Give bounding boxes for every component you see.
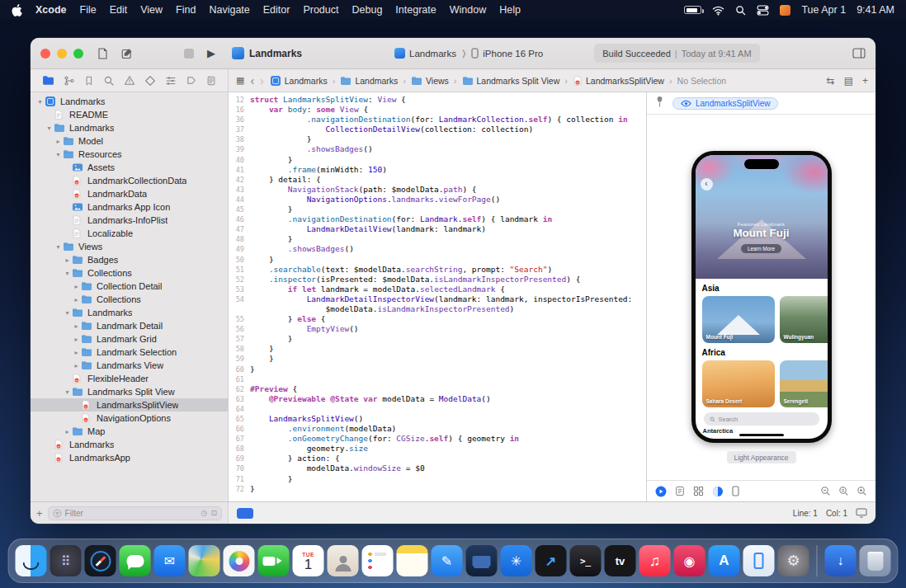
dock-mail-icon[interactable]: ✉ bbox=[154, 545, 186, 576]
navigator-tab-tests[interactable] bbox=[144, 75, 156, 87]
tree-item-collections[interactable]: ▾Collections bbox=[31, 266, 228, 280]
tree-item-landmarks[interactable]: ▾Landmarks bbox=[31, 306, 228, 319]
navigator-tab-bookmarks[interactable] bbox=[84, 75, 94, 87]
tree-item-landmarks[interactable]: ▾Landmarks bbox=[31, 121, 228, 134]
navigator-tab-breakpoints[interactable] bbox=[186, 75, 197, 86]
dock-contacts-icon[interactable] bbox=[328, 545, 359, 576]
disclosure-closed-icon[interactable]: ▸ bbox=[63, 428, 72, 435]
navigator-tab-reports[interactable] bbox=[206, 75, 216, 87]
swap-arrows-icon[interactable]: ⇆ bbox=[827, 75, 835, 87]
disclosure-closed-icon[interactable]: ▸ bbox=[72, 296, 81, 303]
clock-icon[interactable]: ◷ bbox=[201, 509, 208, 517]
build-status[interactable]: Build Succeeded | Today at 9:41 AM bbox=[594, 44, 759, 63]
tree-item-views[interactable]: ▾Views bbox=[31, 240, 228, 253]
menu-product[interactable]: Product bbox=[303, 4, 338, 16]
dock-music-icon[interactable]: ♫ bbox=[639, 545, 671, 576]
source-editor[interactable]: 12struct LandmarksSplitView: View {16 va… bbox=[229, 92, 646, 501]
menu-help[interactable]: Help bbox=[499, 4, 521, 16]
scheme-selector[interactable]: Landmarks ❭ iPhone 16 Pro bbox=[394, 48, 543, 59]
zoom-out-icon[interactable] bbox=[820, 486, 831, 496]
breakpoint-toggle[interactable] bbox=[237, 508, 253, 519]
tree-item-landmarkssplitview[interactable]: LandmarksSplitView bbox=[31, 398, 228, 412]
forward-button[interactable]: › bbox=[260, 75, 264, 87]
tree-item-readme[interactable]: README bbox=[31, 108, 228, 121]
device-settings-icon[interactable] bbox=[732, 486, 739, 496]
disclosure-open-icon[interactable]: ▾ bbox=[63, 270, 72, 277]
dock-settings-icon[interactable]: ⚙ bbox=[778, 545, 809, 576]
tree-item-landmark-selection[interactable]: ▸Landmark Selection bbox=[31, 346, 228, 359]
dock-messages-icon[interactable] bbox=[120, 545, 151, 576]
apple-menu-icon[interactable] bbox=[12, 4, 22, 16]
tree-item-model[interactable]: ▸Model bbox=[31, 134, 228, 148]
tree-item-resources[interactable]: ▾Resources bbox=[31, 148, 228, 161]
disclosure-open-icon[interactable]: ▾ bbox=[54, 243, 63, 251]
variants-doc-icon[interactable] bbox=[675, 486, 685, 496]
disclosure-closed-icon[interactable]: ▸ bbox=[72, 336, 81, 343]
related-items-icon[interactable]: ▦ bbox=[236, 75, 244, 86]
breadcrumb-landmarks[interactable]: Landmarks bbox=[340, 76, 398, 86]
dock-finder-icon[interactable] bbox=[16, 545, 47, 576]
dock-downloads-icon[interactable]: ↓ bbox=[825, 545, 856, 576]
dock-photos-icon[interactable] bbox=[224, 545, 255, 576]
appearance-button[interactable]: Light Appearance bbox=[726, 451, 795, 463]
disclosure-closed-icon[interactable]: ▸ bbox=[54, 138, 63, 145]
disclosure-open-icon[interactable]: ▾ bbox=[63, 388, 72, 396]
menu-extra-icon[interactable] bbox=[780, 5, 790, 16]
compose-icon[interactable] bbox=[121, 48, 134, 59]
navigator-toggle-icon[interactable] bbox=[97, 48, 109, 59]
dock-maps-icon[interactable] bbox=[189, 545, 220, 576]
dock-calendar-icon[interactable]: TUE1 bbox=[293, 545, 324, 576]
menu-view[interactable]: View bbox=[140, 4, 163, 16]
preview-area[interactable]: ‹ Featured Landmark Mount Fuji Learn Mor… bbox=[647, 115, 875, 480]
navigator-tab-project[interactable] bbox=[42, 75, 54, 86]
disclosure-open-icon[interactable]: ▾ bbox=[45, 125, 54, 132]
tree-item-landmarks-split-view[interactable]: ▾Landmarks Split View bbox=[31, 385, 228, 398]
appearance-variants-icon[interactable] bbox=[712, 486, 724, 497]
dock-launchpad-icon[interactable]: ⠿ bbox=[50, 545, 82, 576]
tree-item-flexibleheader[interactable]: FlexibleHeader bbox=[31, 372, 228, 385]
filter-field[interactable]: Filter ◷ ⊡ bbox=[48, 506, 222, 520]
disclosure-open-icon[interactable]: ▾ bbox=[63, 309, 72, 317]
menu-app-name[interactable]: Xcode bbox=[35, 4, 67, 16]
dock-freeform-icon[interactable]: ✎ bbox=[432, 545, 463, 576]
run-button[interactable]: ▶ bbox=[207, 47, 215, 59]
grid-icon[interactable] bbox=[693, 486, 704, 496]
close-button[interactable] bbox=[40, 49, 50, 59]
iphone-preview[interactable]: ‹ Featured Landmark Mount Fuji Learn Mor… bbox=[691, 151, 832, 443]
search-icon[interactable] bbox=[735, 5, 746, 16]
disclosure-open-icon[interactable]: ▾ bbox=[35, 98, 45, 106]
dock-notes-icon[interactable] bbox=[397, 545, 428, 576]
disclosure-open-icon[interactable]: ▾ bbox=[54, 151, 63, 158]
tree-item-landmark-detail[interactable]: ▸Landmark Detail bbox=[31, 319, 228, 332]
tree-item-map[interactable]: ▸Map bbox=[31, 425, 228, 438]
live-preview-icon[interactable] bbox=[655, 486, 667, 497]
breadcrumb-landmarkssplitview[interactable]: LandmarksSplitView bbox=[573, 75, 664, 87]
zoom-button[interactable] bbox=[73, 49, 83, 59]
tree-item-localizable[interactable]: Localizable bbox=[31, 227, 228, 240]
tree-item-navigationoptions[interactable]: NavigationOptions bbox=[31, 412, 228, 425]
list-icon[interactable]: ▤ bbox=[844, 75, 853, 87]
menu-window[interactable]: Window bbox=[450, 4, 486, 16]
tree-item-landmarks-infoplist[interactable]: Landmarks-InfoPlist bbox=[31, 214, 228, 227]
wifi-icon[interactable] bbox=[712, 5, 724, 16]
disclosure-closed-icon[interactable]: ▸ bbox=[63, 256, 72, 264]
dock-podcasts-icon[interactable]: ◉ bbox=[674, 545, 705, 576]
navigator-tab-source-control[interactable] bbox=[64, 75, 75, 87]
minimize-button[interactable] bbox=[57, 49, 67, 59]
tree-item-collections[interactable]: ▸Collections bbox=[31, 293, 228, 306]
menu-edit[interactable]: Edit bbox=[110, 4, 128, 16]
breadcrumb-landmarks[interactable]: Landmarks bbox=[270, 75, 328, 87]
tag-icon[interactable]: ⊡ bbox=[210, 509, 217, 517]
breadcrumb-views[interactable]: Views bbox=[411, 76, 449, 86]
dock-terminal-icon[interactable]: >_ bbox=[570, 545, 602, 576]
code-area[interactable]: 12struct LandmarksSplitView: View {16 va… bbox=[229, 92, 646, 494]
tree-item-landmarks[interactable]: ▾Landmarks bbox=[31, 95, 228, 108]
tree-item-landmarkcollectiondata[interactable]: LandmarkCollectionData bbox=[31, 174, 228, 187]
tree-item-landmarksapp[interactable]: LandmarksApp bbox=[31, 451, 228, 464]
menu-file[interactable]: File bbox=[80, 4, 97, 16]
menu-debug[interactable]: Debug bbox=[352, 4, 383, 16]
disclosure-closed-icon[interactable]: ▸ bbox=[72, 283, 81, 290]
dock-safari-icon[interactable] bbox=[85, 545, 116, 576]
dock-stocks-icon[interactable]: ↗ bbox=[536, 545, 567, 576]
tree-item-landmarks-app-icon[interactable]: Landmarks App Icon bbox=[31, 200, 228, 214]
